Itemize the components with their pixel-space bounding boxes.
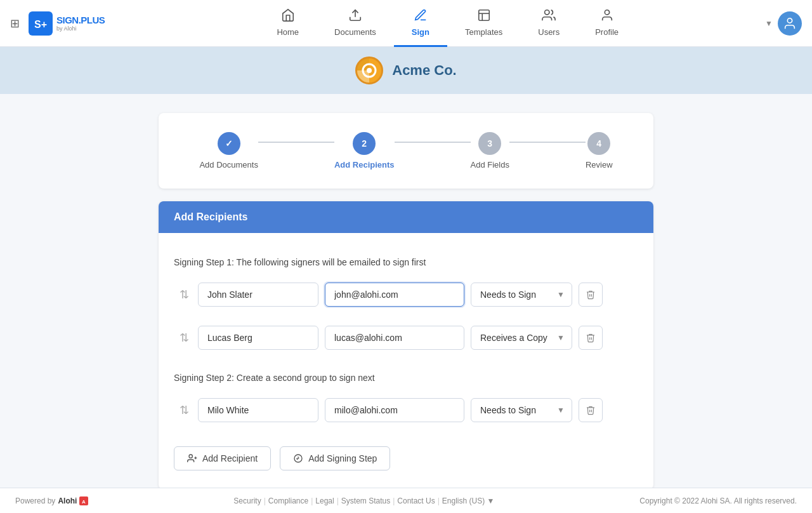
step-2-circle: 2 bbox=[353, 132, 376, 155]
step-4-circle: 4 bbox=[587, 132, 610, 155]
nav-item-documents[interactable]: Documents bbox=[317, 0, 394, 47]
nav-documents-label: Documents bbox=[334, 27, 376, 37]
signing-step-1-label: Signing Step 1: The following signers wi… bbox=[174, 257, 638, 267]
nav-sign-label: Sign bbox=[412, 27, 429, 37]
add-signing-step-button[interactable]: Add Signing Step bbox=[280, 446, 390, 470]
add-signing-step-icon bbox=[293, 453, 303, 463]
add-recipient-icon bbox=[187, 453, 197, 463]
svg-point-11 bbox=[189, 455, 192, 458]
signing-step-2-label: Signing Step 2: Create a second group to… bbox=[174, 373, 638, 383]
svg-point-6 bbox=[545, 10, 549, 14]
grid-icon[interactable]: ⊞ bbox=[10, 17, 20, 30]
step-2-label: Add Recipients bbox=[334, 160, 395, 170]
user-avatar[interactable] bbox=[778, 11, 802, 36]
footer-link-language[interactable]: English (US) ▼ bbox=[442, 496, 495, 505]
nav-item-templates[interactable]: Templates bbox=[447, 0, 520, 47]
step-connector-3-4 bbox=[509, 142, 586, 143]
table-row: ⇅ Needs to Sign Receives a Copy In Perso… bbox=[174, 321, 638, 355]
users-icon bbox=[542, 8, 556, 25]
nav-users-label: Users bbox=[538, 27, 560, 37]
alohi-logo-icon: A bbox=[79, 496, 88, 505]
recipient-name-3[interactable] bbox=[198, 398, 318, 422]
recipient-email-1[interactable] bbox=[325, 283, 464, 307]
role-select-wrapper-2: Needs to Sign Receives a Copy In Person … bbox=[471, 326, 572, 350]
logo[interactable]: S+ SIGN.PLUS by Alohi bbox=[29, 11, 105, 36]
add-signing-step-label: Add Signing Step bbox=[308, 453, 377, 463]
recipients-card: Add Recipients Signing Step 1: The follo… bbox=[159, 201, 653, 490]
trash-icon-3 bbox=[586, 405, 596, 415]
nav-item-users[interactable]: Users bbox=[520, 0, 577, 47]
footer-brand: Alohi bbox=[58, 496, 77, 505]
nav-item-profile[interactable]: Profile bbox=[577, 0, 636, 47]
recipient-name-1[interactable] bbox=[198, 283, 318, 307]
svg-point-8 bbox=[787, 18, 792, 22]
company-banner: Acme Co. bbox=[0, 47, 812, 94]
actions-row: Add Recipient Add Signing Step bbox=[174, 446, 638, 470]
drag-handle-1[interactable]: ⇅ bbox=[176, 288, 192, 302]
trash-icon-2 bbox=[586, 333, 596, 343]
step-1-circle: ✓ bbox=[218, 132, 240, 155]
stepper-card: ✓ Add Documents 2 Add Recipients 3 Add F… bbox=[159, 113, 653, 189]
footer-powered-by: Powered by Alohi A bbox=[15, 496, 88, 505]
sign-icon bbox=[414, 8, 428, 25]
drag-handle-3[interactable]: ⇅ bbox=[176, 403, 192, 417]
nav-home-label: Home bbox=[277, 27, 299, 37]
svg-point-10 bbox=[367, 68, 372, 73]
nav-item-home[interactable]: Home bbox=[259, 0, 317, 47]
company-logo bbox=[355, 57, 383, 84]
recipient-role-3[interactable]: Needs to Sign Receives a Copy In Person … bbox=[471, 398, 572, 422]
step-4-label: Review bbox=[586, 160, 613, 170]
documents-icon bbox=[348, 8, 362, 25]
recipients-header: Add Recipients bbox=[159, 201, 653, 233]
step-3-label: Add Fields bbox=[471, 160, 509, 170]
home-icon bbox=[281, 8, 295, 25]
svg-rect-3 bbox=[478, 10, 489, 20]
table-row: ⇅ Needs to Sign Receives a Copy In Perso… bbox=[174, 393, 638, 427]
nav-items: Home Documents Sign Templates Users bbox=[130, 0, 765, 47]
nav-item-sign[interactable]: Sign bbox=[394, 0, 447, 47]
footer-powered-label: Powered by bbox=[15, 496, 55, 505]
footer-link-contact-us[interactable]: Contact Us bbox=[397, 496, 435, 505]
drag-handle-2[interactable]: ⇅ bbox=[176, 331, 192, 345]
logo-subtext: by Alohi bbox=[56, 25, 105, 32]
step-add-fields: 3 Add Fields bbox=[471, 132, 509, 170]
nav-right: ▼ bbox=[765, 11, 802, 36]
delete-recipient-2[interactable] bbox=[579, 326, 603, 350]
role-select-wrapper-1: Needs to Sign Receives a Copy In Person … bbox=[471, 283, 572, 307]
footer-link-system-status[interactable]: System Status bbox=[341, 496, 390, 505]
stepper: ✓ Add Documents 2 Add Recipients 3 Add F… bbox=[184, 132, 628, 170]
recipient-role-2[interactable]: Needs to Sign Receives a Copy In Person … bbox=[471, 326, 572, 350]
footer-link-legal[interactable]: Legal bbox=[315, 496, 334, 505]
logo-text: SIGN.PLUS bbox=[56, 15, 105, 25]
step-3-circle: 3 bbox=[478, 132, 501, 155]
top-navigation: ⊞ S+ SIGN.PLUS by Alohi Home Documents bbox=[0, 0, 812, 47]
svg-point-7 bbox=[605, 10, 609, 14]
company-name: Acme Co. bbox=[392, 62, 456, 79]
table-row: ⇅ Needs to Sign Receives a Copy In Perso… bbox=[174, 277, 638, 312]
recipients-title: Add Recipients bbox=[174, 211, 247, 222]
add-recipient-button[interactable]: Add Recipient bbox=[174, 446, 271, 470]
step-1-label: Add Documents bbox=[199, 160, 258, 170]
svg-text:S+: S+ bbox=[34, 19, 47, 30]
recipient-role-1[interactable]: Needs to Sign Receives a Copy In Person … bbox=[471, 283, 572, 307]
footer-link-compliance[interactable]: Compliance bbox=[268, 496, 308, 505]
delete-recipient-1[interactable] bbox=[579, 283, 603, 307]
recipient-email-3[interactable] bbox=[325, 398, 464, 422]
footer-link-security[interactable]: Security bbox=[233, 496, 261, 505]
step-add-documents: ✓ Add Documents bbox=[199, 132, 258, 170]
recipient-name-2[interactable] bbox=[198, 326, 318, 350]
footer-links: Security | Compliance | Legal | System S… bbox=[233, 496, 494, 505]
main-content: ✓ Add Documents 2 Add Recipients 3 Add F… bbox=[146, 113, 666, 490]
recipient-email-2[interactable] bbox=[325, 326, 464, 350]
delete-recipient-3[interactable] bbox=[579, 398, 603, 422]
footer-copyright: Copyright © 2022 Alohi SA. All rights re… bbox=[639, 496, 797, 505]
step-add-recipients: 2 Add Recipients bbox=[334, 132, 395, 170]
recipients-body: Signing Step 1: The following signers wi… bbox=[159, 233, 653, 490]
templates-icon bbox=[477, 8, 491, 25]
trash-icon-1 bbox=[586, 290, 596, 300]
role-select-wrapper-3: Needs to Sign Receives a Copy In Person … bbox=[471, 398, 572, 422]
step-connector-1-2 bbox=[258, 142, 334, 143]
avatar-dropdown-arrow[interactable]: ▼ bbox=[765, 19, 773, 28]
add-recipient-label: Add Recipient bbox=[202, 453, 258, 463]
nav-profile-label: Profile bbox=[595, 27, 619, 37]
